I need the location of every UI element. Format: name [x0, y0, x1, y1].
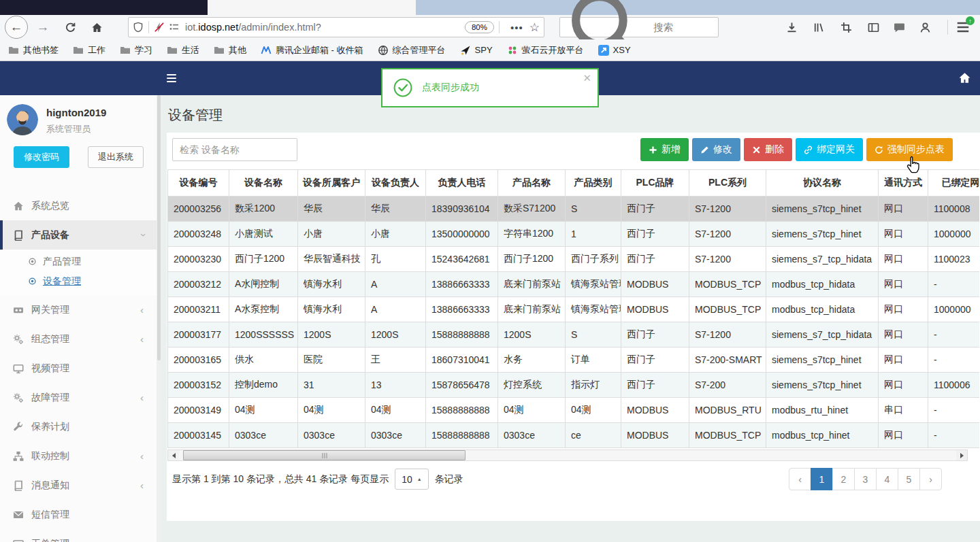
horizontal-scrollbar[interactable] — [167, 450, 968, 461]
sidebar-item-video-management[interactable]: 视频管理 — [0, 354, 157, 383]
sidebar-item-system-overview[interactable]: 系统总览 — [0, 191, 157, 220]
column-header[interactable]: 设备负责人 — [365, 170, 426, 197]
table-row[interactable]: 200003248小唐测试小唐小唐13500000000字符串12001西门子S… — [168, 222, 980, 247]
permissions-icon[interactable] — [169, 22, 180, 33]
table-row[interactable]: 200003152控制demo311315878656478灯控系统指示灯西门子… — [168, 373, 980, 398]
bookmark-item[interactable]: 萤石云开放平台 — [507, 44, 584, 56]
toolbar-button-bind-gateway[interactable]: 绑定网关 — [796, 138, 863, 161]
back-button[interactable]: ← — [5, 16, 28, 39]
chevron-left-icon: ‹ — [140, 333, 144, 345]
toolbar-button-label: 绑定网关 — [817, 143, 855, 156]
column-header[interactable]: PLC系列 — [689, 170, 766, 197]
sidebar-item-maintenance-plan[interactable]: 保养计划 — [0, 412, 157, 441]
sidebar-item-gateway-management[interactable]: 网关管理‹ — [0, 295, 157, 324]
table-cell: 04测 — [298, 398, 365, 423]
bookmark-item[interactable]: SPY — [460, 45, 493, 56]
pagination-page-4[interactable]: 4 — [876, 468, 898, 490]
sidebar-menu: 系统总览产品设备‹产品管理设备管理网关管理‹组态管理‹视频管理故障管理‹保养计划… — [0, 191, 157, 542]
pagination-next[interactable]: › — [919, 468, 942, 490]
panel-icon — [868, 22, 879, 33]
column-header[interactable]: 产品名称 — [498, 170, 566, 197]
active-tab[interactable] — [208, 0, 416, 15]
pagination-page-5[interactable]: 5 — [898, 468, 920, 490]
bookmark-item[interactable]: 其他 — [214, 44, 246, 56]
device-search-input[interactable] — [172, 138, 297, 161]
browser-menu-button[interactable]: ↑ — [954, 20, 972, 35]
scrollbar-thumb[interactable] — [157, 95, 161, 360]
messages-button[interactable] — [892, 20, 906, 35]
sidebar-item-linkage-control[interactable]: 联动控制‹ — [0, 441, 157, 471]
url-text: iot.idosp.net/admin/index.html? — [185, 22, 465, 33]
bookmark-item[interactable]: 学习 — [120, 44, 152, 56]
sidebar-collapse-button[interactable] — [165, 72, 178, 84]
table-row[interactable]: 200003230西门子1200华辰智通科技孔15243642681西门子120… — [168, 247, 980, 272]
table-row[interactable]: 200003212A水闸控制镇海水利A13886663333底来门前泵站镇海泵站… — [168, 272, 980, 297]
sidebar-scrollbar[interactable] — [157, 95, 161, 542]
browser-search-input[interactable] — [653, 22, 713, 33]
sidebar-item-message-notice[interactable]: 消息通知‹ — [0, 471, 157, 500]
scrollbar-thumb[interactable] — [183, 450, 466, 460]
sidebar-subitem-device-management[interactable]: 设备管理 — [0, 271, 157, 291]
toolbar-button-edit[interactable]: 修改 — [692, 138, 740, 161]
toolbar-button-add[interactable]: 新增 — [640, 138, 689, 161]
bookmark-item[interactable]: 腾讯企业邮箱 - 收件箱 — [261, 44, 363, 56]
toast-close-icon[interactable]: ✕ — [583, 72, 591, 84]
sidebar-subitem-product-management[interactable]: 产品管理 — [0, 252, 157, 271]
monitor-icon — [13, 363, 24, 374]
column-header[interactable]: 负责人电话 — [426, 170, 498, 197]
bookmark-item[interactable]: 其他书签 — [8, 44, 59, 56]
column-header[interactable]: 协议名称 — [766, 170, 879, 197]
toolbar-button-delete[interactable]: 删除 — [744, 138, 792, 161]
bookmark-item[interactable]: 生活 — [167, 44, 199, 56]
sidebar-item-fault-management[interactable]: 故障管理‹ — [0, 383, 157, 412]
app-home-button[interactable] — [958, 71, 971, 84]
column-header[interactable]: 设备名称 — [229, 170, 298, 197]
forward-button[interactable]: → — [33, 17, 53, 37]
table-cell: - — [928, 398, 980, 423]
table-row[interactable]: 2000031450303ce0303ce0303ce1588888888803… — [168, 423, 980, 448]
downloads-button[interactable] — [784, 20, 799, 35]
bookmark-item[interactable]: 综合管理平台 — [378, 44, 446, 56]
bookmark-star-icon[interactable]: ☆ — [529, 20, 540, 35]
pagination-page-2[interactable]: 2 — [832, 468, 855, 490]
shield-icon[interactable] — [133, 22, 144, 33]
reload-button[interactable] — [60, 17, 80, 37]
column-header[interactable]: PLC品牌 — [621, 170, 689, 197]
library-button[interactable] — [811, 20, 826, 35]
sidebar-item-sms-management[interactable]: 短信管理 — [0, 500, 157, 529]
scroll-left-arrow[interactable] — [168, 450, 179, 460]
page-actions-icon[interactable]: ••• — [510, 22, 523, 33]
table-row[interactable]: 200003211A水泵控制镇海水利A13886663333底来门前泵站镇海泵站… — [168, 297, 980, 322]
bolt-slash-icon[interactable] — [154, 22, 165, 33]
sidebar-item-work-order[interactable]: 工单管理 — [0, 529, 157, 542]
table-cell: MODBUS — [621, 272, 689, 297]
pagination-page-1[interactable]: 1 — [811, 468, 833, 490]
update-available-badge: ↑ — [966, 16, 975, 25]
account-button[interactable] — [917, 20, 932, 35]
pagination-page-3[interactable]: 3 — [854, 468, 877, 490]
table-row[interactable]: 2000031771200SSSSSS1200S1200S15888888888… — [168, 322, 980, 348]
column-header[interactable]: 已绑定网关 — [928, 170, 980, 197]
browser-search-bar[interactable] — [559, 17, 719, 37]
scroll-right-arrow[interactable] — [956, 450, 967, 460]
bookmark-item[interactable]: 工作 — [73, 44, 105, 56]
table-row[interactable]: 20000314904测04测04测1588888888804测04测MODBU… — [168, 398, 980, 423]
screenshot-tool-button[interactable] — [838, 20, 853, 35]
sidebar-item-scada-management[interactable]: 组态管理‹ — [0, 324, 157, 354]
column-header[interactable]: 通讯方式 — [879, 170, 928, 197]
home-button[interactable] — [86, 17, 107, 37]
sidebar-item-product-device[interactable]: 产品设备‹ — [0, 220, 157, 250]
sidebar-toggle-button[interactable] — [866, 20, 881, 35]
table-row[interactable]: 200003256数采1200华辰华辰18390936104数采S71200S西… — [168, 197, 980, 222]
logout-button[interactable]: 退出系统 — [88, 146, 144, 168]
url-bar[interactable]: iot.idosp.net/admin/index.html? 80% ••• … — [128, 17, 544, 37]
zoom-level-badge[interactable]: 80% — [465, 21, 494, 33]
column-header[interactable]: 设备所属客户 — [298, 170, 365, 197]
bookmark-item[interactable]: XSY — [598, 45, 631, 56]
page-size-dropdown[interactable]: 10 ▲ — [395, 469, 429, 490]
column-header[interactable]: 设备编号 — [168, 170, 229, 197]
column-header[interactable]: 产品类别 — [566, 170, 621, 197]
table-row[interactable]: 200003165供水医院王18607310041水务订单西门子S7-200-S… — [168, 348, 980, 373]
change-password-button[interactable]: 修改密码 — [14, 146, 69, 168]
pagination-prev[interactable]: ‹ — [789, 468, 811, 490]
